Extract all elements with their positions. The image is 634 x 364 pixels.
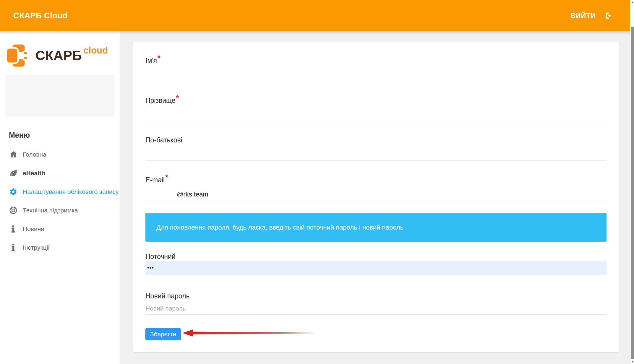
sidebar-item-label: Головна [23,151,46,158]
account-settings-form: Ім'я* Прізвище* По-батькові E-mail* Для … [133,42,619,352]
sidebar-item-label: Новини [23,225,44,233]
current-password-input[interactable] [145,265,607,271]
sign-out-icon [604,12,613,20]
topbar: СКАРБ Cloud ВИЙТИ [0,0,630,31]
skarb-logo-icon [6,43,28,68]
sidebar-item-instructions[interactable]: Інструкції [0,238,120,257]
first-name-label: Ім'я* [145,56,607,65]
info-icon [9,244,18,251]
middle-name-label: По-батькові [145,136,607,144]
sidebar-item-label: Інструкції [23,244,50,251]
field-first-name: Ім'я* [145,56,607,81]
home-icon [9,150,18,158]
field-current-password: Поточний [145,252,607,275]
profile-image-placeholder [5,75,114,116]
sidebar-item-support[interactable]: Технічна підтримка [0,201,120,220]
new-password-label: Новий пароль [145,292,607,300]
logo-brand-text: СКАРБ [35,43,82,68]
field-middle-name: По-батькові [145,136,607,161]
current-password-label: Поточний [145,252,607,261]
sidebar-menu: Головна eHealth Налаштування обліково [0,145,120,257]
sidebar-item-label: eHealth [23,170,45,177]
scrollbar-thumb[interactable] [631,27,634,359]
field-last-name: Прізвище* [145,96,607,121]
required-asterisk: * [165,173,168,181]
sidebar-item-label: Налаштування облікового запису [23,188,119,195]
logout-button[interactable]: ВИЙТИ [570,0,613,31]
info-icon [9,225,18,233]
new-password-input[interactable] [145,303,607,314]
brand-logo: СКАРБ cloud [6,43,108,68]
sidebar: СКАРБ cloud Меню Головна [0,31,120,364]
logout-label: ВИЙТИ [570,12,596,20]
middle-name-input[interactable] [145,148,607,160]
logo-cloud-text: cloud [83,46,108,55]
last-name-input[interactable] [145,108,607,121]
vertical-scrollbar: ▲ ▼ [630,0,634,364]
app-title: СКАРБ Cloud [13,0,67,31]
sidebar-item-ehealth[interactable]: eHealth [0,164,120,182]
required-asterisk: * [158,54,160,62]
app-window: СКАРБ Cloud ВИЙТИ [0,0,634,364]
last-name-label: Прізвище* [145,96,607,105]
sidebar-item-account-settings[interactable]: Налаштування облікового запису [0,182,120,201]
field-new-password: Новий пароль [145,292,607,315]
menu-heading: Меню [9,131,30,139]
email-input[interactable] [145,188,607,201]
password-notice-banner: Для поновлення пароля, будь ласка, введі… [145,213,607,242]
current-password-autofill [145,261,607,275]
required-asterisk: * [176,94,179,102]
sidebar-item-label: Технічна підтримка [23,207,78,214]
scrollbar-up-arrow[interactable]: ▲ [630,0,634,5]
first-name-input[interactable] [145,69,607,81]
leaf-icon [9,169,18,177]
life-ring-icon [9,206,18,214]
save-button[interactable]: Зберегти [145,328,181,340]
gear-icon [9,188,18,196]
field-email: E-mail* [145,175,607,201]
email-label: E-mail* [145,175,607,184]
sidebar-item-news[interactable]: Новини [0,220,120,238]
sidebar-item-home[interactable]: Головна [0,145,120,164]
scrollbar-down-arrow[interactable]: ▼ [630,359,634,364]
